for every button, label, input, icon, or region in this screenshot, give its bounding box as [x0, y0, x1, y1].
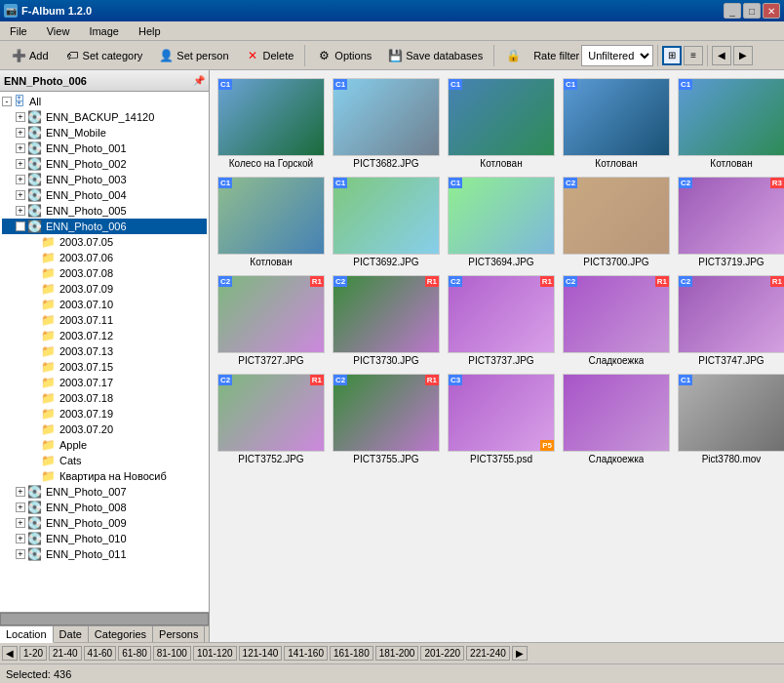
expand-icon[interactable]: + — [16, 175, 25, 184]
tree-item[interactable]: 📁2003.07.09 — [2, 281, 207, 297]
tree-item[interactable]: 📁2003.07.10 — [2, 297, 207, 312]
expand-icon[interactable]: + — [16, 128, 25, 138]
tree-item[interactable]: 📁2003.07.13 — [2, 343, 207, 359]
photo-cell[interactable]: C2R1 PICT3727.JPG — [214, 271, 329, 370]
page-nav-btn-2[interactable]: 41-60 — [84, 646, 117, 661]
tree-item[interactable]: 📁2003.07.15 — [2, 359, 207, 375]
tree-item[interactable]: +💽ENN_Photo_011 — [2, 546, 207, 562]
page-nav-btn-7[interactable]: 141-160 — [284, 646, 328, 661]
page-nav-btn-5[interactable]: 101-120 — [193, 646, 237, 661]
tree-item[interactable]: +💽ENN_Photo_002 — [2, 156, 207, 172]
tree-item[interactable]: 📁2003.07.06 — [2, 250, 207, 265]
page-nav-btn-10[interactable]: 201-220 — [420, 646, 464, 661]
page-nav-btn-9[interactable]: 181-200 — [375, 646, 419, 661]
expand-icon[interactable]: + — [16, 518, 25, 528]
tree-item[interactable]: 📁2003.07.08 — [2, 265, 207, 281]
tree-item[interactable]: 📁2003.07.18 — [2, 390, 207, 406]
scroll-thumb[interactable] — [0, 613, 209, 625]
list-view-button[interactable]: ≡ — [684, 46, 703, 65]
options-button[interactable]: ⚙ Options — [309, 44, 378, 67]
tree-area[interactable]: -🗄All+💽ENN_BACKUP_14120+💽ENN_Mobile+💽ENN… — [0, 92, 209, 612]
page-nav-btn-1[interactable]: 21-40 — [49, 646, 82, 661]
page-nav-btn-0[interactable]: 1-20 — [20, 646, 47, 661]
expand-icon[interactable]: + — [16, 143, 25, 153]
tree-item[interactable]: 📁2003.07.20 — [2, 422, 207, 437]
expand-icon[interactable]: + — [16, 534, 25, 543]
rate-filter-select[interactable]: Unfiltered — [581, 45, 653, 66]
tree-item[interactable]: 📁2003.07.12 — [2, 328, 207, 343]
tab-persons[interactable]: Persons — [153, 626, 205, 642]
photo-cell[interactable]: C2 PICT3700.JPG — [559, 173, 674, 271]
photo-cell[interactable]: C1 PICT3682.JPG — [329, 74, 444, 173]
tree-item[interactable]: 📁Cats — [2, 453, 207, 468]
photo-cell[interactable]: C2R1 PICT3755.JPG — [329, 370, 444, 468]
expand-icon[interactable]: + — [16, 549, 25, 559]
tree-item[interactable]: 📁2003.07.19 — [2, 406, 207, 422]
photo-cell[interactable]: C3P5 PICT3755.psd — [444, 370, 559, 468]
page-nav-btn-3[interactable]: 61-80 — [118, 646, 151, 661]
tree-item[interactable]: 📁2003.07.11 — [2, 312, 207, 328]
tree-item[interactable]: +💽ENN_Mobile — [2, 125, 207, 141]
maximize-button[interactable]: □ — [743, 3, 761, 19]
tree-item[interactable]: -🗄All — [2, 94, 207, 109]
photo-cell[interactable]: C2R1 Сладкоежка — [559, 271, 674, 370]
expand-icon[interactable]: + — [16, 502, 25, 512]
menu-help[interactable]: Help — [133, 23, 167, 39]
menu-image[interactable]: Image — [83, 23, 125, 39]
tree-item[interactable]: +💽ENN_Photo_001 — [2, 141, 207, 156]
page-nav-btn-4[interactable]: 81-100 — [153, 646, 191, 661]
page-next-arrow[interactable]: ▶ — [512, 646, 528, 661]
photo-cell[interactable]: C1 Котлован — [674, 74, 784, 173]
save-databases-button[interactable]: 💾 Save databases — [380, 44, 490, 67]
photo-cell[interactable]: C1 Котлован — [214, 173, 329, 271]
tree-item[interactable]: -💽ENN_Photo_006 — [2, 219, 207, 234]
prev-button[interactable]: ◀ — [712, 46, 731, 65]
page-nav-btn-6[interactable]: 121-140 — [239, 646, 283, 661]
tree-item[interactable]: 📁2003.07.05 — [2, 234, 207, 250]
menu-view[interactable]: View — [41, 23, 76, 39]
next-button[interactable]: ▶ — [733, 46, 753, 65]
photo-cell[interactable]: C1 PICT3692.JPG — [329, 173, 444, 271]
close-button[interactable]: ✕ — [763, 3, 780, 19]
tab-categories[interactable]: Categories — [89, 626, 153, 642]
panel-pin-icon[interactable]: 📌 — [193, 75, 205, 86]
grid-view-button[interactable]: ⊞ — [662, 46, 682, 65]
tree-item[interactable]: +💽ENN_Photo_003 — [2, 172, 207, 187]
tab-location[interactable]: Location — [0, 626, 54, 643]
expand-icon[interactable]: - — [16, 221, 25, 231]
photo-cell[interactable]: C1 Колесо на Горской — [214, 74, 329, 173]
tab-date[interactable]: Date — [54, 626, 89, 642]
expand-icon[interactable]: - — [2, 97, 12, 106]
photo-cell[interactable]: Сладкоежка — [559, 370, 674, 468]
set-person-button[interactable]: 👤 Set person — [151, 44, 235, 67]
add-button[interactable]: ➕ Add — [4, 44, 56, 67]
photo-cell[interactable]: C1 Pict3780.mov — [674, 370, 784, 468]
tree-item[interactable]: +💽ENN_Photo_004 — [2, 187, 207, 203]
photo-cell[interactable]: C2R1 PICT3737.JPG — [444, 271, 559, 370]
delete-button[interactable]: ✕ Delete — [238, 44, 301, 67]
tree-item[interactable]: +💽ENN_Photo_007 — [2, 484, 207, 500]
tree-item[interactable]: 📁Квартира на Новосиб — [2, 468, 207, 484]
minimize-button[interactable]: _ — [724, 3, 741, 19]
page-nav-btn-11[interactable]: 221-240 — [466, 646, 510, 661]
horizontal-scrollbar[interactable] — [0, 612, 209, 625]
expand-icon[interactable]: + — [16, 487, 25, 497]
menu-file[interactable]: File — [4, 23, 33, 39]
tree-item[interactable]: 📁Apple — [2, 437, 207, 453]
lock-button[interactable]: 🔒 — [498, 44, 528, 67]
photo-cell[interactable]: C2R1 PICT3752.JPG — [214, 370, 329, 468]
expand-icon[interactable]: + — [16, 190, 25, 200]
tree-item[interactable]: +💽ENN_Photo_010 — [2, 531, 207, 546]
tree-item[interactable]: +💽ENN_BACKUP_14120 — [2, 109, 207, 125]
tree-item[interactable]: +💽ENN_Photo_009 — [2, 515, 207, 531]
tree-item[interactable]: +💽ENN_Photo_008 — [2, 500, 207, 515]
photo-cell[interactable]: C2R3 PICT3719.JPG — [674, 173, 784, 271]
right-panel[interactable]: C1 Колесо на Горской C1 PICT3682.JPG C1 … — [210, 70, 784, 642]
photo-cell[interactable]: C1 Котлован — [559, 74, 674, 173]
tree-item[interactable]: +💽ENN_Photo_005 — [2, 203, 207, 219]
photo-cell[interactable]: C2R1 PICT3730.JPG — [329, 271, 444, 370]
photo-cell[interactable]: C1 Котлован — [444, 74, 559, 173]
photo-cell[interactable]: C2R1 PICT3747.JPG — [674, 271, 784, 370]
tree-item[interactable]: 📁2003.07.17 — [2, 375, 207, 390]
page-nav-btn-8[interactable]: 161-180 — [330, 646, 373, 661]
